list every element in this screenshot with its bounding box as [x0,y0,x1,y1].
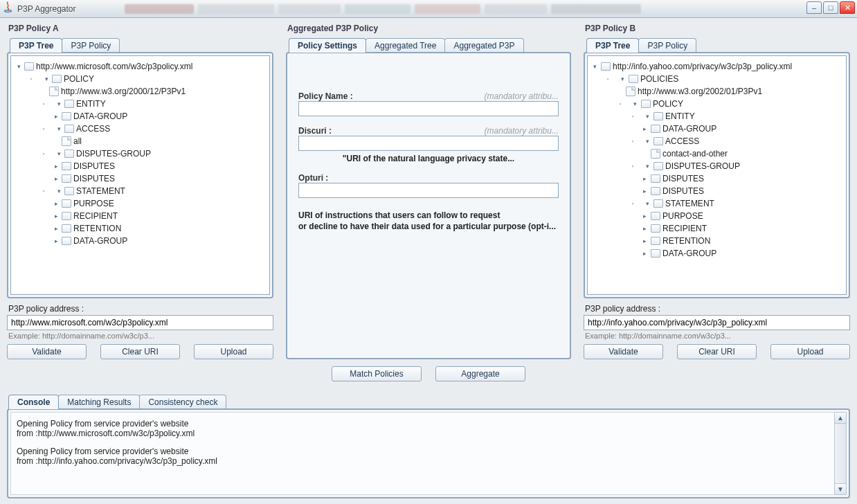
background-task-strip [125,3,725,15]
window-maximize-button[interactable]: □ [823,1,838,14]
window-close-button[interactable]: ✕ [840,1,855,14]
window-minimize-button[interactable]: – [806,1,822,14]
svg-point-0 [5,10,12,12]
java-icon [3,1,13,16]
window-titlebar: P3P Aggregator – □ ✕ [0,0,857,18]
window-title: P3P Aggregator [17,4,76,14]
